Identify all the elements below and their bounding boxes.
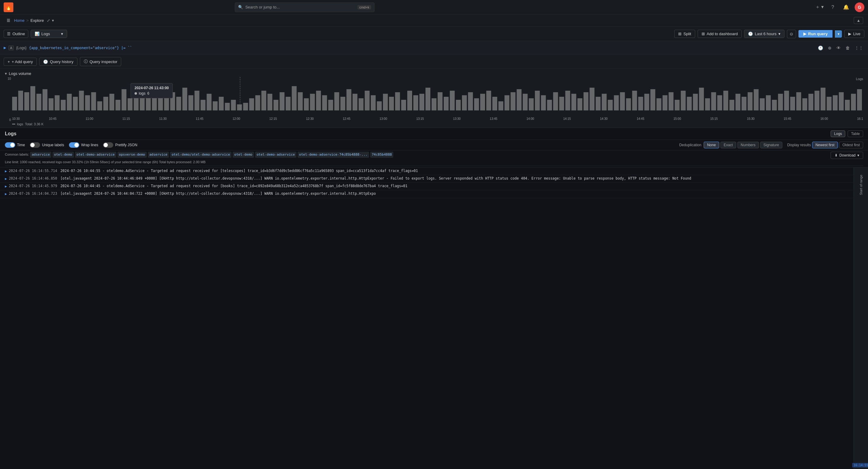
logs-toolbar: Time Unique labels Wrap lines Prettify J…: [0, 140, 868, 150]
expand-log-icon[interactable]: ▶: [0, 176, 9, 181]
zoom-out-button[interactable]: ⊖: [787, 30, 796, 38]
svg-rect-113: [693, 94, 698, 110]
add-query-label: + Add query: [12, 60, 33, 64]
svg-rect-31: [194, 91, 199, 110]
svg-rect-79: [486, 91, 491, 110]
top-navigation: 🔥 🔍 Search or jump to... cmd+k ＋ ▾ ? 🔔 G: [0, 0, 868, 14]
query-history-icon[interactable]: 🕐: [817, 44, 824, 52]
svg-rect-120: [736, 94, 740, 110]
svg-rect-98: [602, 94, 607, 110]
svg-rect-97: [596, 97, 600, 110]
outline-label: Outline: [12, 32, 25, 36]
xaxis-label-12: 13:30: [453, 117, 461, 121]
logs-header: Logs Logs Table: [0, 128, 868, 140]
download-label: Download: [839, 153, 856, 158]
copy-query-icon[interactable]: ⊕: [827, 44, 833, 52]
svg-rect-126: [772, 100, 777, 110]
svg-rect-28: [176, 97, 181, 110]
svg-rect-125: [766, 95, 771, 110]
svg-rect-90: [553, 92, 558, 110]
time-range-selector[interactable]: 🕐 Last 6 hours ▾: [744, 30, 784, 38]
label-tag-9: 74c85b4888: [370, 152, 393, 158]
dedup-signature-button[interactable]: Signature: [760, 142, 782, 148]
svg-rect-7: [55, 95, 60, 110]
svg-rect-18: [116, 100, 120, 110]
query-history-button[interactable]: 🕐 Query history: [39, 58, 77, 66]
line-limit-info: Line limit: 1000 reached, received logs …: [5, 159, 863, 166]
svg-rect-53: [328, 100, 333, 110]
help-button[interactable]: ?: [828, 2, 838, 12]
logs-volume-title: Logs volume: [9, 71, 31, 76]
xaxis-label-5: 11:45: [196, 117, 204, 121]
dedup-numbers-button[interactable]: Numbers: [737, 142, 759, 148]
bell-icon[interactable]: 🔔: [841, 2, 851, 12]
svg-rect-47: [292, 86, 297, 110]
right-sidebar: Start of range 16:14:55: [854, 167, 868, 469]
add-query-button[interactable]: + + Add query: [4, 58, 37, 66]
menu-toggle-button[interactable]: ☰: [5, 17, 12, 24]
table-view-button[interactable]: Table: [848, 130, 863, 137]
add-dashboard-button[interactable]: ⊞ Add to dashboard: [698, 30, 742, 38]
expand-log-icon[interactable]: ▶: [0, 184, 9, 189]
outline-button[interactable]: ☰ Outline: [4, 30, 28, 38]
xaxis-label-11: 13:15: [416, 117, 424, 121]
add-dashboard-label: Add to dashboard: [707, 32, 738, 36]
log-timestamp: 2024-07-26 16:14:04.723: [9, 191, 60, 196]
log-timestamp: 2024-07-26 16:14:46.850: [9, 176, 60, 181]
split-icon: ⊞: [678, 32, 682, 36]
share-icon[interactable]: ⤢: [47, 18, 50, 23]
svg-rect-87: [535, 91, 540, 110]
add-button[interactable]: ＋ ▾: [814, 2, 824, 12]
unique-labels-toggle-group: Unique labels: [30, 142, 64, 148]
main-toolbar: ☰ Outline 📊 Logs ▾ ⊞ Split ⊞ Add to dash…: [0, 27, 868, 41]
svg-rect-84: [517, 89, 522, 110]
svg-rect-135: [827, 97, 832, 110]
svg-rect-34: [213, 101, 217, 110]
log-message: 2024-07-26 10:44:55 - oteldemo.AdService…: [60, 168, 854, 173]
time-toggle[interactable]: [5, 142, 15, 148]
toolbar-left: ☰ Outline 📊 Logs ▾: [4, 30, 672, 38]
chart-area[interactable]: 2024-07-26 11:43:00 logs 6: [12, 77, 863, 116]
log-entries-list[interactable]: ▶ 2024-07-26 16:14:55.714 2024-07-26 10:…: [0, 167, 868, 469]
live-button[interactable]: ▶ Live: [844, 30, 864, 38]
wrap-lines-toggle[interactable]: [69, 142, 79, 148]
svg-rect-94: [577, 98, 582, 110]
newest-first-button[interactable]: Newest first: [812, 142, 838, 148]
download-button[interactable]: ⬇ Download ▾: [831, 152, 863, 159]
run-query-dropdown-button[interactable]: ▾: [835, 30, 842, 38]
expand-log-icon[interactable]: ▶: [0, 169, 9, 174]
search-bar[interactable]: 🔍 Search or jump to... cmd+k: [235, 2, 374, 12]
svg-rect-101: [620, 92, 625, 110]
unique-labels-toggle[interactable]: [30, 142, 40, 148]
breadcrumb-home[interactable]: Home: [14, 18, 25, 23]
xaxis-label-4: 11:30: [159, 117, 167, 121]
svg-rect-96: [589, 88, 594, 110]
more-options-icon[interactable]: ⋮⋮: [854, 44, 864, 52]
svg-rect-103: [632, 91, 637, 110]
split-button[interactable]: ⊞ Split: [674, 30, 695, 38]
delete-query-icon[interactable]: 🗑: [844, 44, 851, 52]
dedup-exact-button[interactable]: Exact: [720, 142, 736, 148]
query-expression[interactable]: {app_kubernetes_io_component="adservice"…: [29, 46, 132, 50]
expand-log-icon[interactable]: ▶: [0, 192, 9, 197]
query-inspector-button[interactable]: ⓘ Query inspector: [80, 57, 122, 66]
avatar[interactable]: G: [855, 2, 864, 12]
prettify-json-toggle[interactable]: [103, 142, 113, 148]
query-actions: 🕐 ⊕ 👁 🗑 ⋮⋮: [817, 44, 864, 52]
oldest-first-button[interactable]: Oldest first: [839, 142, 863, 148]
collapse-panel-icon[interactable]: ▾: [5, 71, 7, 76]
dedup-none-button[interactable]: None: [704, 142, 719, 148]
logs-view-button[interactable]: Logs: [831, 130, 845, 137]
svg-rect-42: [261, 91, 266, 110]
svg-rect-9: [67, 94, 72, 110]
svg-rect-29: [182, 88, 187, 110]
toggle-visibility-icon[interactable]: 👁: [835, 44, 842, 52]
expand-query-icon[interactable]: ▶: [4, 46, 6, 50]
datasource-selector[interactable]: 📊 Logs ▾: [31, 30, 67, 38]
svg-rect-1: [18, 91, 23, 110]
log-timestamp: 2024-07-26 16:14:45.979: [9, 183, 60, 189]
label-tag-7: otel-demo-adservice: [255, 152, 297, 158]
chevron-down-icon[interactable]: ▾: [52, 18, 54, 23]
run-query-button[interactable]: ▶ Run query: [799, 30, 833, 38]
collapse-button[interactable]: ▲: [854, 17, 863, 24]
